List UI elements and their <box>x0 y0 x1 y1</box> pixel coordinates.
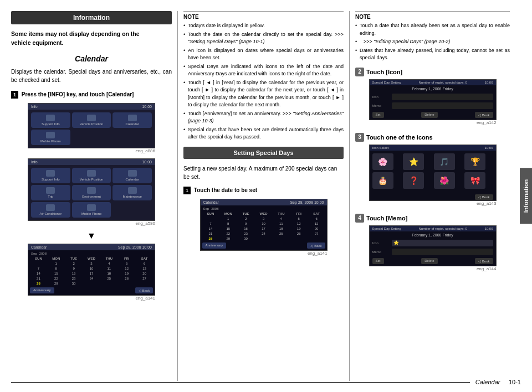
icon-cell-3[interactable]: 🎵 <box>434 153 455 170</box>
step2-title: 2 Touch [Icon] <box>355 68 510 76</box>
screen1-wrapper: Info 10:00 Support Info Vehicle Position… <box>11 103 172 156</box>
set-btn[interactable]: Set <box>372 112 384 118</box>
vehicle-position-btn[interactable]: Vehicle Position <box>72 112 111 128</box>
screen2-wrapper: Info 10:00 Support Info Vehicle Position… <box>11 158 172 228</box>
note-item-4: Special Days are indicated with icons to… <box>183 63 344 78</box>
step4-memo-row: Memo <box>370 247 496 256</box>
delete-btn[interactable]: Delete <box>421 112 437 118</box>
mobile-phone-btn2[interactable]: Mobile Phone <box>72 202 111 218</box>
support-info-icon2 <box>46 170 55 177</box>
icon-cell-6[interactable]: ❓ <box>403 172 424 189</box>
support-info-btn2[interactable]: Support Info <box>31 168 70 183</box>
air-conditioner-icon <box>46 204 55 211</box>
screen1-grid: Support Info Vehicle Position Calendar M… <box>28 110 155 148</box>
calendar-icon2 <box>128 170 137 177</box>
sd-memo-row: Memo <box>370 101 496 110</box>
note-right-item-2: >>> "Editing Special Days" (page 10-2) <box>355 38 510 46</box>
maintenance-btn[interactable]: Maintenance <box>112 185 152 200</box>
page-container: Information Some items may not display d… <box>0 0 532 392</box>
setting-cal-footer: Anniversary ◁ Back <box>202 243 325 249</box>
arrow-down: ▼ <box>11 231 172 241</box>
vehicle-position-icon2 <box>87 170 96 177</box>
screen3-caption: eng_a141 <box>28 296 155 301</box>
setting-cal-grid: SUN MON TUE WED THU FRI SAT 1 2 3 4 5 6 <box>202 212 325 241</box>
info-box-label: Information <box>73 14 110 22</box>
step1-mid-badge: 1 <box>183 187 191 195</box>
trip-icon <box>46 187 55 194</box>
setting-special-days-box: Setting Special Days <box>183 147 344 159</box>
screen2-caption: eng_a580 <box>28 221 155 226</box>
step2-caption: eng_a142 <box>369 120 497 125</box>
icon-back-btn[interactable]: ◁ Book <box>475 194 493 200</box>
vehicle-position-btn2[interactable]: Vehicle Position <box>72 168 111 183</box>
step4-memo-value <box>392 249 493 255</box>
note-item-7: Special days that have been set are dele… <box>183 126 344 141</box>
step4-icon-row: Icon ⭐ <box>370 239 496 247</box>
sd-date-display: February 1, 2008 Friday <box>370 85 496 92</box>
cal-footer: Anniversary ◁ Back <box>30 287 153 293</box>
step4-caption: eng_a144 <box>369 266 497 271</box>
screen2-header: Info 10:00 <box>28 159 155 165</box>
anniversary-btn2[interactable]: Anniversary <box>202 243 227 249</box>
book-btn[interactable]: ◁ Book <box>475 112 493 118</box>
mobile-phone-btn[interactable]: Mobile Phone <box>31 130 70 145</box>
icon-cell-5[interactable]: 🎂 <box>372 172 393 189</box>
trip-btn[interactable]: Trip <box>31 185 70 200</box>
step1-badge: 1 <box>11 91 18 99</box>
note-section-mid: NOTE Today's date is displayed in yellow… <box>183 11 344 141</box>
step2-screen-wrapper: Special Day Setting Number of regist. sp… <box>355 79 510 127</box>
info-screen-1: Info 10:00 Support Info Vehicle Position… <box>28 103 155 148</box>
step3-screen-wrapper: Icon Select 10:00 🌸 ⭐ 🎵 🏆 🎂 ❓ 🌺 🎀 <box>355 145 510 208</box>
note-item-5: Touch [ ◄ ] in [Year] to display the cal… <box>183 79 344 109</box>
icon-select-header: Icon Select 10:00 <box>370 145 496 151</box>
setting-cal-screen: Calendar Sep 28, 2008 10:00 Sep 2008 SUN… <box>200 199 328 251</box>
step4-block: 4 Touch [Memo] Special Day Setting Numbe… <box>355 214 510 274</box>
step3-block: 3 Touch one of the icons Icon Select 10:… <box>355 133 510 208</box>
maintenance-icon <box>128 187 137 194</box>
note-item-2: Touch the date on the calendar directly … <box>183 31 344 46</box>
air-conditioner-btn[interactable]: Air Conditioner <box>31 202 70 218</box>
icon-cell-2[interactable]: ⭐ <box>403 153 424 170</box>
step2-badge: 2 <box>355 68 364 76</box>
mobile-phone-icon <box>46 132 55 138</box>
icon-select-screen: Icon Select 10:00 🌸 ⭐ 🎵 🏆 🎂 ❓ 🌺 🎀 <box>369 145 497 201</box>
step2-screen-header: Special Day Setting Number of regist. sp… <box>370 80 496 85</box>
calendar-screen-header: Calendar Sep 28, 2008 10:00 <box>28 244 155 250</box>
step4-delete-btn[interactable]: Delete <box>421 258 437 264</box>
step3-title: 3 Touch one of the icons <box>355 133 510 142</box>
step4-set-btn[interactable]: Set <box>372 258 384 264</box>
step2-footer: Set Delete ◁ Book <box>370 110 496 120</box>
footer-page-number: 10-1 <box>509 379 521 385</box>
screen1-caption: eng_a886 <box>28 148 155 153</box>
icon-grid: 🌸 ⭐ 🎵 🏆 🎂 ❓ 🌺 🎀 <box>370 151 496 192</box>
setting-cal-wrapper: Calendar Sep 28, 2008 10:00 Sep 2008 SUN… <box>183 199 344 258</box>
screen2-grid: Support Info Vehicle Position Calendar T… <box>28 165 155 220</box>
note-section-right: NOTE Touch a date that has already been … <box>355 11 510 62</box>
setting-cal-month-row: Sep 2008 <box>202 207 325 210</box>
note-right-item-1: Touch a date that has already been set a… <box>355 22 510 37</box>
calendar-btn2[interactable]: Calendar <box>112 168 152 183</box>
support-info-btn[interactable]: Support Info <box>31 112 70 128</box>
sd-icon-row: Icon <box>370 92 496 101</box>
note-item-3: An icon is displayed on dates where spec… <box>183 47 344 62</box>
anniversary-btn[interactable]: Anniversary <box>30 287 54 293</box>
information-box: Information <box>11 11 172 24</box>
mobile-phone-icon2 <box>87 204 96 211</box>
setting-cal-header: Calendar Sep 28, 2008 10:00 <box>201 199 327 205</box>
icon-cell-7[interactable]: 🌺 <box>434 172 455 189</box>
calendar-btn[interactable]: Calendar <box>112 112 152 128</box>
back-btn2[interactable]: ◁ Back <box>307 243 325 249</box>
icon-cell-8[interactable]: 🎀 <box>464 172 485 189</box>
support-info-icon <box>46 115 55 121</box>
icon-cell-4[interactable]: 🏆 <box>464 153 485 170</box>
note-right-item-3: Dates that have already passed, includin… <box>355 47 510 62</box>
step3-caption: eng_a143 <box>369 201 497 206</box>
step4-book-btn[interactable]: ◁ Book <box>475 258 493 264</box>
left-column: Information Some items may not display d… <box>6 11 177 381</box>
calendar-title: Calendar <box>11 54 172 63</box>
mid-column: NOTE Today's date is displayed in yellow… <box>177 11 349 381</box>
icon-cell-1[interactable]: 🌸 <box>372 153 393 170</box>
step2-screen: Special Day Setting Number of regist. sp… <box>369 79 497 120</box>
back-btn[interactable]: ◁ Back <box>135 287 153 293</box>
environment-btn[interactable]: Environment <box>72 185 111 200</box>
